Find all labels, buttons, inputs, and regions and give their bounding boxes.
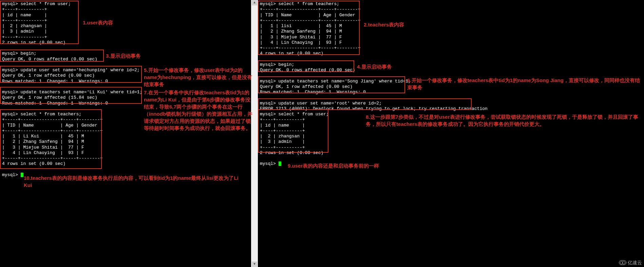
table-border: +----+----------+ xyxy=(260,128,642,134)
sql-update: mysql> update user set name='root' where… xyxy=(260,101,642,106)
annotation-3: 3.显示启动事务 xyxy=(106,52,141,59)
blank xyxy=(2,45,249,51)
blank xyxy=(260,156,642,161)
table-row: | 2 | Zhang Sanfeng | 94 | M | xyxy=(260,29,642,34)
blank xyxy=(260,57,642,62)
annotation-9: 9.user表的内容还是和启动事务前的一样 xyxy=(288,162,379,169)
table-row: | 4 | Lin Chaoying | 93 | F | xyxy=(260,40,642,45)
cursor-icon xyxy=(21,173,23,177)
panel-divider-scrollbar[interactable]: ▲ ▼ xyxy=(251,0,258,267)
table-border: +----+----------+ xyxy=(2,18,249,23)
table-row: | 2 | zhangsan | xyxy=(2,23,249,29)
scroll-up-arrow-icon[interactable]: ▲ xyxy=(252,0,257,5)
error-line: ERROR 1213 (40001): Deadlock found when … xyxy=(260,106,642,112)
watermark: 亿速云 xyxy=(619,260,642,266)
table-row: | 2 | Zhang Sanfeng | 94 | M | xyxy=(2,139,249,145)
table-header: | TID | Name | Age | Gender | xyxy=(260,13,642,18)
scroll-down-arrow-icon[interactable]: ▼ xyxy=(252,262,257,267)
table-border: +----+----------+ xyxy=(260,145,642,150)
watermark-logo-icon xyxy=(619,260,626,265)
table-row: | 4 | Lin Chaoying | 93 | F | xyxy=(2,150,249,156)
watermark-text: 亿速云 xyxy=(628,260,642,266)
table-row: | 1 | lisi | 45 | M | xyxy=(260,23,642,29)
blank xyxy=(260,95,642,100)
annotation-8: 8.这一步跟第7步类似，不过是对user表进行修改事务，尝试获取锁状态的时候发现… xyxy=(366,113,641,128)
result-summary: 2 rows in set (0.00 sec) xyxy=(260,150,642,156)
annotation-4: 4.显示启动事务 xyxy=(357,63,392,70)
sql-query: mysql> select * from user; xyxy=(2,1,249,7)
table-row: | 3 | Miejue Shitai | 77 | F | xyxy=(2,145,249,150)
annotation-6: 6.开始一个修改事务，修改teachers表中tid为1的name为Song J… xyxy=(407,77,641,91)
table-border: +----+----------+ xyxy=(2,35,249,40)
annotation-10: 10.teachers表的内容则是修改事务执行后的内容，可以看到tid为1的na… xyxy=(24,174,248,189)
cursor-icon xyxy=(279,161,281,166)
left-terminal-panel: mysql> select * from user; +----+-------… xyxy=(0,0,251,267)
blank xyxy=(2,167,249,172)
table-border: +-----+---------------+-----+--------+ xyxy=(260,18,642,23)
annotation-7: 7.在另一个事务中执行修改teachers表tid为1的name为Li Kui，… xyxy=(144,89,252,132)
right-terminal-panel: mysql> select * from teachers; +-----+--… xyxy=(258,0,644,267)
table-border: +-----+---------------+-----+--------+ xyxy=(260,45,642,51)
table-row: | 1 | Li Kui | 45 | M | xyxy=(2,134,249,139)
table-border: +----+----------+ xyxy=(2,7,249,12)
annotation-1: 1.user表内容 xyxy=(83,19,113,26)
table-row: | 2 | zhangsan | xyxy=(260,134,642,139)
result-summary: 4 rows in set (0.00 sec) xyxy=(2,161,249,167)
table-border: +-----+---------------+-----+--------+ xyxy=(2,156,249,161)
table-row: | 3 | admin | xyxy=(260,139,642,145)
table-header: | id | name | xyxy=(2,13,249,18)
sql-query: mysql> select * from teachers; xyxy=(260,1,642,7)
result-summary: 4 rows in set (0.00 sec) xyxy=(260,51,642,56)
annotation-2: 2.teachers表内容 xyxy=(364,21,404,28)
table-border: +-----+---------------+-----+--------+ xyxy=(260,7,642,12)
annotation-5: 5.开始一个修改事务，修改user表中id为2的name为hechunping，… xyxy=(144,66,252,88)
table-row: | 3 | Miejue Shitai | 77 | F | xyxy=(260,35,642,40)
result-summary: 2 rows in set (0.00 sec) xyxy=(2,40,249,45)
table-row: | 3 | admin | xyxy=(2,29,249,34)
query-ok: Query OK, 0 rows affected (0.00 sec) xyxy=(260,68,642,73)
sql-begin: mysql> begin; xyxy=(260,62,642,68)
